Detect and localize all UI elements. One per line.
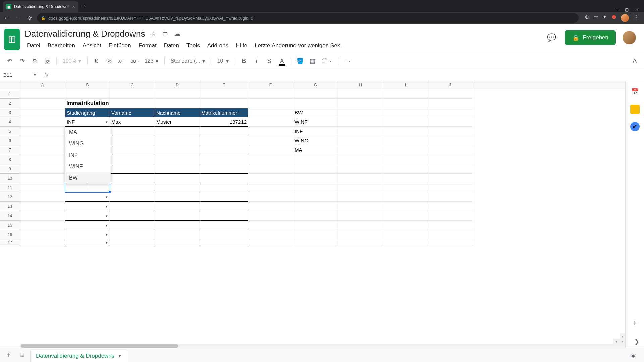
new-tab-button[interactable]: +	[78, 3, 90, 9]
chevron-down-icon[interactable]: ▼	[105, 214, 108, 218]
text-color-button[interactable]: A	[277, 56, 287, 66]
font-select[interactable]: Standard (... ▾	[168, 58, 208, 64]
profile-avatar-small[interactable]	[621, 14, 629, 22]
table-header[interactable]: Studiengang	[65, 108, 110, 117]
active-cell[interactable]	[65, 183, 110, 192]
back-button[interactable]: ←	[3, 15, 11, 21]
dropdown-option[interactable]: MA	[65, 127, 111, 138]
row-header[interactable]: 1	[0, 89, 20, 99]
chevron-down-icon[interactable]: ▼	[105, 204, 108, 208]
dropdown-cell[interactable]: ▼	[65, 211, 110, 221]
number-format-select[interactable]: 123▾	[142, 58, 161, 64]
select-all-corner[interactable]	[0, 81, 20, 89]
increase-decimal-button[interactable]: .00→	[129, 56, 140, 66]
cell[interactable]: BW	[293, 108, 338, 117]
sheet-nav-left[interactable]: ◂	[613, 339, 619, 344]
fill-color-button[interactable]: 🪣	[294, 56, 305, 66]
paint-format-button[interactable]: 🗟	[42, 56, 53, 66]
col-header[interactable]: C	[110, 81, 155, 89]
merge-cells-button[interactable]: ⿻ ▾	[320, 58, 335, 64]
chevron-down-icon[interactable]: ▼	[118, 354, 122, 358]
horizontal-scrollbar[interactable]	[20, 344, 625, 348]
adblock-icon[interactable]: ⬢	[612, 14, 616, 22]
redo-button[interactable]: ↷	[17, 56, 28, 66]
close-window-icon[interactable]: ✕	[635, 7, 639, 12]
table-header[interactable]: Nachname	[155, 108, 200, 117]
percent-button[interactable]: %	[104, 56, 114, 66]
share-button[interactable]: 🔒 Freigeben	[565, 30, 616, 45]
calendar-icon[interactable]: 📅	[630, 87, 640, 97]
dropdown-cell[interactable]: ▼	[65, 230, 110, 239]
vertical-scrollbar[interactable]: ▴ ▾	[620, 89, 625, 344]
star-icon[interactable]: ☆	[151, 30, 156, 37]
chrome-menu-icon[interactable]: ⋮	[634, 14, 639, 22]
dropdown-option[interactable]: WING	[65, 138, 111, 149]
menu-addons[interactable]: Add-ons	[204, 41, 232, 50]
row-header[interactable]: 8	[0, 155, 20, 164]
spreadsheet-grid[interactable]: A B C D E F G H I J 1 2Immatrikulation	[0, 81, 625, 348]
cell[interactable]: WINF	[293, 117, 338, 127]
menu-edit[interactable]: Bearbeiten	[44, 41, 78, 50]
zoom-select[interactable]: 100% ▾	[60, 58, 84, 64]
table-header[interactable]: Matrikelnummer	[200, 108, 248, 117]
sheets-logo[interactable]	[4, 29, 20, 50]
italic-button[interactable]: I	[251, 56, 262, 66]
add-addon-button[interactable]: +	[632, 318, 637, 328]
col-header[interactable]: G	[293, 81, 338, 89]
font-size-select[interactable]: 10 ▾	[215, 58, 231, 64]
dropdown-cell[interactable]: INF▼	[65, 117, 110, 127]
col-header[interactable]: J	[428, 81, 473, 89]
menu-tools[interactable]: Tools	[183, 41, 203, 50]
col-header[interactable]: I	[383, 81, 428, 89]
browser-tab[interactable]: ▦ Datenvalidierung & Dropdowns ×	[3, 1, 78, 12]
explore-button[interactable]: ◈	[627, 350, 638, 361]
more-toolbar-button[interactable]: ⋯	[342, 56, 353, 66]
minimize-icon[interactable]: ─	[615, 7, 618, 12]
maximize-icon[interactable]: ▢	[625, 7, 629, 12]
keep-icon[interactable]	[630, 105, 640, 114]
row-header[interactable]: 9	[0, 164, 20, 174]
row-header[interactable]: 7	[0, 145, 20, 155]
chevron-down-icon[interactable]: ▼	[105, 233, 108, 236]
row-header[interactable]: 4	[0, 117, 20, 127]
chevron-down-icon[interactable]: ▼	[33, 73, 37, 77]
col-header[interactable]: E	[200, 81, 248, 89]
decrease-decimal-button[interactable]: .0←	[116, 56, 127, 66]
strikethrough-button[interactable]: S	[264, 56, 275, 66]
row-header[interactable]: 10	[0, 174, 20, 183]
expand-side-panel-icon[interactable]: ❯	[634, 338, 639, 345]
borders-button[interactable]: ▦	[307, 56, 318, 66]
scroll-up-icon[interactable]: ▴	[620, 333, 625, 339]
validation-dropdown[interactable]: MA WING INF WINF BW	[65, 127, 111, 184]
menu-file[interactable]: Datei	[23, 41, 44, 50]
col-header[interactable]: A	[20, 81, 65, 89]
chevron-down-icon[interactable]: ▼	[105, 241, 108, 244]
account-avatar[interactable]	[623, 31, 636, 44]
cloud-status-icon[interactable]: ☁	[174, 30, 180, 37]
dropdown-cell[interactable]: ▼	[65, 221, 110, 230]
cell[interactable]: Max	[110, 117, 155, 127]
row-header[interactable]: 14	[0, 211, 20, 221]
col-header[interactable]: D	[155, 81, 200, 89]
menu-format[interactable]: Format	[135, 41, 160, 50]
row-header[interactable]: 2	[0, 99, 20, 108]
dropdown-cell[interactable]: ▼	[65, 192, 110, 202]
sheet-tab[interactable]: Datenvalidierung & Dropdowns ▼	[30, 350, 127, 362]
undo-button[interactable]: ↶	[4, 56, 15, 66]
zoom-icon[interactable]: ⊕	[585, 14, 589, 22]
chevron-down-icon[interactable]: ▼	[105, 195, 108, 199]
dropdown-option[interactable]: BW	[65, 172, 111, 184]
print-button[interactable]: 🖶	[30, 56, 40, 66]
last-edit-link[interactable]: Letzte Änderung vor wenigen Sek...	[251, 41, 348, 50]
row-header[interactable]: 15	[0, 221, 20, 230]
row-header[interactable]: 13	[0, 202, 20, 211]
comments-button[interactable]: 💬	[545, 31, 558, 44]
url-field[interactable]: 🔒 docs.google.com/spreadsheets/d/1JKUDAN…	[37, 13, 579, 23]
row-header[interactable]: 17	[0, 239, 20, 246]
bold-button[interactable]: B	[238, 56, 249, 66]
tasks-icon[interactable]: ✔	[630, 122, 640, 131]
row-header[interactable]: 5	[0, 127, 20, 136]
row-header[interactable]: 6	[0, 136, 20, 145]
move-icon[interactable]: 🗀	[162, 30, 168, 37]
col-header[interactable]: F	[248, 81, 293, 89]
